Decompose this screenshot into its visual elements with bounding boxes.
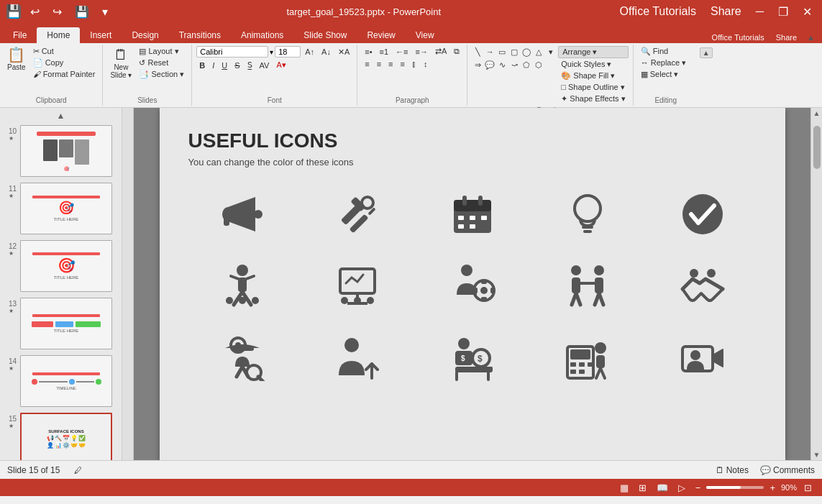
copy-button[interactable]: 📄 Copy — [30, 58, 99, 68]
tab-view[interactable]: View — [406, 27, 444, 43]
find-button[interactable]: 🔍 Find — [638, 46, 689, 57]
shape-more[interactable]: ▾ — [545, 46, 557, 58]
char-spacing-button[interactable]: AV — [257, 60, 273, 70]
section-button[interactable]: 📑 Section ▾ — [136, 69, 187, 80]
paste-button[interactable]: 📋 Paste — [4, 46, 29, 73]
tab-insert[interactable]: Insert — [80, 27, 122, 43]
increase-indent-button[interactable]: ≡→ — [413, 47, 431, 57]
ribbon-expand-button[interactable]: ▲ — [700, 47, 713, 58]
left-scrollbar[interactable] — [122, 108, 134, 460]
slide-thumb-11[interactable]: 11 ★ 🎯 TITLE HERE — [3, 181, 119, 236]
layout-button[interactable]: ▤ Layout ▾ — [136, 46, 187, 57]
bullets-button[interactable]: ≡• — [362, 47, 375, 57]
slide-img-13[interactable]: TITLE HERE — [20, 298, 112, 349]
italic-button[interactable]: I — [209, 60, 217, 70]
align-left-button[interactable]: ≡ — [362, 59, 372, 69]
convert-to-smartart-button[interactable]: ⧉ — [451, 46, 462, 57]
close-button[interactable]: ✕ — [798, 4, 816, 20]
zoom-out-button[interactable]: − — [693, 481, 704, 495]
slide-thumb-13[interactable]: 13 ★ TITLE HERE — [3, 296, 119, 351]
slide-img-12[interactable]: 🎯 TITLE HERE — [20, 240, 112, 292]
tab-file[interactable]: File — [3, 27, 37, 43]
justify-button[interactable]: ≡ — [398, 59, 408, 69]
redo-button[interactable]: ↪ — [48, 4, 66, 20]
shape-rect[interactable]: ▭ — [496, 46, 508, 58]
new-slide-button[interactable]: 🗒 NewSlide ▾ — [107, 46, 134, 81]
select-button[interactable]: ▦ Select ▾ — [638, 69, 689, 80]
text-direction-button[interactable]: ⇄A — [432, 46, 449, 57]
shape-callout[interactable]: 💬 — [484, 59, 496, 70]
office-tutorials-button[interactable]: Office Tutorials — [616, 4, 700, 19]
scrollbar-track[interactable] — [811, 119, 823, 449]
arrange-button[interactable]: Arrange ▾ — [558, 46, 628, 58]
font-name-input[interactable] — [196, 46, 268, 58]
slide-img-14[interactable]: TIMELINE — [20, 355, 112, 407]
shape-curve[interactable]: ∿ — [496, 59, 508, 70]
right-scrollbar[interactable]: ▲ ▼ — [810, 108, 822, 460]
slide-thumb-12[interactable]: 12 ★ 🎯 TITLE HERE — [3, 239, 119, 293]
font-color-button[interactable]: A▾ — [273, 60, 288, 70]
decrease-indent-button[interactable]: ←≡ — [393, 47, 411, 57]
slide-img-11[interactable]: 🎯 TITLE HERE — [20, 183, 112, 234]
undo-button[interactable]: ↩ — [26, 4, 44, 20]
cut-button[interactable]: ✂ Cut — [30, 46, 99, 57]
shape-fill-button[interactable]: 🎨 Shape Fill ▾ — [558, 70, 628, 81]
underline-button[interactable]: U — [219, 60, 230, 70]
font-size-input[interactable] — [275, 46, 301, 58]
strikethrough-button[interactable]: S — [232, 60, 242, 70]
comments-button[interactable]: 💬 Comments — [760, 465, 815, 475]
fit-slide-button[interactable]: ⊡ — [801, 481, 815, 495]
scroll-down-arrow[interactable]: ▼ — [812, 449, 822, 460]
reset-button[interactable]: ↺ Reset — [136, 58, 187, 68]
align-right-button[interactable]: ≡ — [385, 59, 396, 69]
slide-thumb-15[interactable]: 15 ★ SURFACE ICONS 📢 🔨 📅 💡 ✅ 👤 📊 ⚙️ — [3, 411, 119, 460]
minimize-button[interactable]: ─ — [752, 4, 768, 19]
zoom-slider[interactable] — [706, 486, 764, 489]
slide-thumb-10[interactable]: 10 ★ 🎯 — [3, 124, 119, 178]
scroll-up-arrow[interactable]: ▲ — [812, 108, 822, 119]
quick-access-more[interactable]: ▾ — [98, 4, 112, 20]
zoom-in-button[interactable]: + — [767, 481, 778, 495]
bold-button[interactable]: B — [196, 60, 208, 70]
shape-arrow[interactable]: → — [484, 46, 496, 58]
restore-button[interactable]: ❐ — [774, 4, 793, 20]
ribbon-collapse-button[interactable]: ▲ — [803, 32, 819, 43]
font-size-increase-button[interactable]: A↑ — [302, 47, 317, 57]
tab-office-tutorials[interactable]: Office Tutorials — [706, 32, 770, 43]
slide-thumb-14[interactable]: 14 ★ TIMELINE — [3, 354, 119, 408]
tab-share[interactable]: Share — [770, 32, 803, 43]
tab-review[interactable]: Review — [357, 27, 405, 43]
tab-animations[interactable]: Animations — [231, 27, 293, 43]
tab-transitions[interactable]: Transitions — [169, 27, 231, 43]
shadow-button[interactable]: S̲ — [245, 60, 255, 70]
shape-rounded-rect[interactable]: ▢ — [508, 46, 520, 58]
line-spacing-button[interactable]: ↕ — [421, 59, 431, 69]
shape-line[interactable]: ╲ — [472, 46, 483, 58]
shape-connector[interactable]: ⤻ — [508, 59, 520, 70]
slide-img-10[interactable]: 🎯 — [20, 125, 112, 177]
slide-img-15[interactable]: SURFACE ICONS 📢 🔨 📅 💡 ✅ 👤 📊 ⚙️ 🤝 🤝 — [20, 413, 112, 460]
shape-hexagon[interactable]: ⬡ — [533, 59, 544, 70]
slide-sorter-button[interactable]: ⊞ — [636, 481, 649, 495]
scroll-up-button[interactable]: ▲ — [3, 111, 119, 121]
reading-view-button[interactable]: 📖 — [654, 481, 671, 495]
share-button[interactable]: Share — [706, 4, 746, 19]
shape-pentagon[interactable]: ⬠ — [521, 59, 532, 70]
slideshow-button[interactable]: ▷ — [675, 481, 688, 495]
notes-button[interactable]: 🗒 Notes — [716, 465, 749, 475]
save-button[interactable]: 💾 — [70, 4, 93, 20]
clear-format-button[interactable]: ✕A — [335, 47, 352, 58]
quick-styles-button[interactable]: Quick Styles ▾ — [558, 59, 628, 70]
numbered-list-button[interactable]: ≡1 — [377, 47, 392, 57]
align-center-button[interactable]: ≡ — [374, 59, 384, 69]
shape-outline-button[interactable]: □ Shape Outline ▾ — [558, 82, 628, 93]
tab-home[interactable]: Home — [37, 27, 80, 43]
shape-effects-button[interactable]: ✦ Shape Effects ▾ — [558, 93, 628, 104]
font-size-decrease-button[interactable]: A↓ — [319, 47, 334, 57]
columns-button[interactable]: ⫿ — [409, 59, 419, 69]
tab-slideshow[interactable]: Slide Show — [293, 27, 357, 43]
shape-block-arrow[interactable]: ⇒ — [472, 59, 483, 70]
replace-button[interactable]: ↔ Replace ▾ — [638, 58, 689, 68]
format-painter-button[interactable]: 🖌 Format Painter — [30, 69, 99, 79]
shape-triangle[interactable]: △ — [533, 46, 544, 58]
